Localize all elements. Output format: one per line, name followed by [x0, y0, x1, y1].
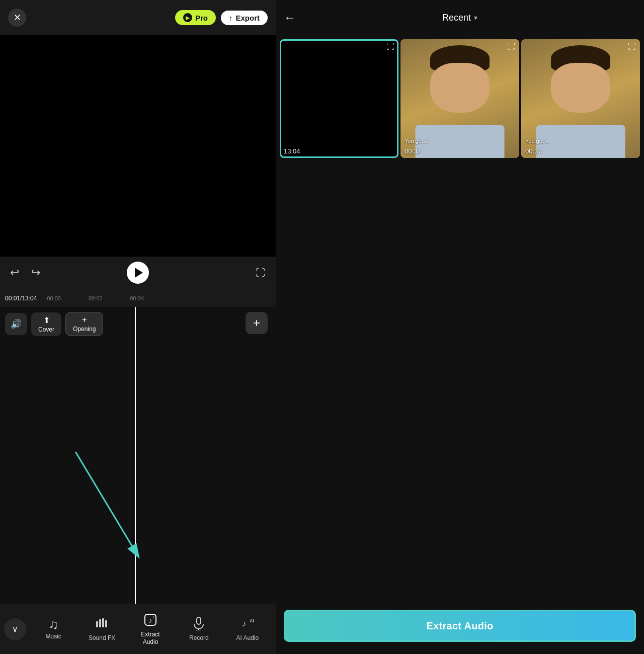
cover-button[interactable]: ⬆ Cover — [31, 312, 61, 336]
sound-icon: 🔊 — [11, 318, 22, 330]
svg-rect-5 — [105, 620, 107, 627]
extract-audio-button-label: Extract Audio — [426, 620, 493, 631]
pro-label: Pro — [195, 14, 208, 22]
extract-audio-icon: ♪ + — [143, 613, 157, 629]
svg-rect-2 — [96, 621, 98, 627]
ruler-marks: 00:00 00:02 00:04 — [47, 295, 271, 301]
record-icon — [192, 616, 206, 632]
undo-button[interactable]: ↩ — [10, 266, 19, 279]
top-bar-actions: ▶ Pro ↑ Export — [175, 10, 268, 25]
fullscreen-icon: ⛶ — [256, 267, 266, 278]
left-panel: ✕ ▶ Pro ↑ Export ↩ ↪ ⛶ — [0, 0, 276, 654]
undo-icon: ↩ — [10, 266, 19, 279]
timeline-scrubber — [135, 307, 136, 604]
recent-label: Recent — [442, 13, 471, 23]
cover-icon: ⬆ — [43, 315, 50, 325]
extract-audio-button[interactable]: Extract Audio — [284, 610, 636, 642]
svg-text:♪: ♪ — [242, 619, 246, 628]
add-track-icon: + — [253, 316, 260, 330]
back-icon: ← — [284, 11, 296, 24]
video-preview — [0, 35, 276, 257]
svg-rect-4 — [102, 618, 104, 627]
bottom-nav: ∨ ♫ Music Sound FX ♪ + — [0, 604, 276, 654]
ruler-mark-1: 00:02 — [89, 295, 103, 301]
opening-button[interactable]: + Opening — [65, 312, 103, 336]
ai-audio-label: AI Audio — [236, 634, 259, 641]
thumb-duration-3: 00:37 — [525, 147, 542, 155]
thumb-subtitle-2: You get a — [405, 138, 428, 144]
recent-dropdown[interactable]: Recent ▾ — [442, 13, 477, 23]
thumb-duration-1: 13:04 — [284, 147, 300, 155]
fullscreen-button[interactable]: ⛶ — [256, 267, 266, 279]
timeline-track-area: 🔊 ⬆ Cover + Opening + — [0, 307, 276, 604]
svg-line-1 — [75, 452, 136, 552]
collapse-button[interactable]: ∨ — [4, 618, 26, 640]
play-button[interactable] — [127, 262, 149, 284]
media-grid: ⛶ 13:04 ⛶ You get a 00:37 ⛶ You get a — [276, 35, 644, 162]
svg-text:AI: AI — [250, 618, 254, 623]
nav-item-record[interactable]: Record — [175, 612, 223, 645]
svg-rect-9 — [197, 617, 201, 624]
music-icon: ♫ — [48, 618, 58, 631]
media-thumb-1[interactable]: ⛶ 13:04 — [280, 39, 398, 158]
record-label: Record — [189, 634, 209, 641]
nav-item-sound-fx[interactable]: Sound FX — [77, 612, 126, 645]
expand-icon-1: ⛶ — [386, 42, 394, 51]
current-time: 00:01/13:04 — [5, 295, 37, 302]
opening-label: Opening — [73, 325, 96, 333]
playback-controls: ↩ ↪ ⛶ — [0, 257, 276, 289]
nav-item-extract-audio[interactable]: ♪ + ExtractAudio — [126, 609, 175, 649]
redo-button[interactable]: ↪ — [31, 266, 40, 279]
thumb-subtitle-3: You get a — [525, 138, 548, 144]
close-button[interactable]: ✕ — [8, 9, 26, 27]
sound-button[interactable]: 🔊 — [5, 313, 27, 335]
expand-icon-2: ⛶ — [507, 42, 515, 51]
top-bar: ✕ ▶ Pro ↑ Export — [0, 0, 276, 35]
sound-fx-icon — [95, 616, 109, 632]
ruler-mark-2: 00:04 — [130, 295, 144, 301]
sound-fx-label: Sound FX — [89, 634, 115, 641]
dropdown-arrow-icon: ▾ — [474, 14, 477, 22]
media-thumb-3[interactable]: ⛶ You get a 00:37 — [521, 39, 640, 158]
nav-item-music[interactable]: ♫ Music — [29, 614, 77, 644]
nav-item-ai-audio[interactable]: ♪ AI AI Audio — [223, 612, 272, 645]
music-label: Music — [46, 633, 61, 640]
expand-icon-3: ⛶ — [628, 42, 636, 51]
timeline-ruler: 00:01/13:04 00:00 00:02 00:04 — [0, 289, 276, 307]
svg-rect-3 — [99, 619, 101, 627]
pro-icon: ▶ — [183, 13, 192, 22]
cover-label: Cover — [38, 326, 54, 333]
close-icon: ✕ — [14, 12, 21, 23]
right-top-bar: ← Recent ▾ — [276, 0, 644, 35]
extract-audio-label: ExtractAudio — [141, 631, 159, 645]
back-button[interactable]: ← — [284, 11, 296, 25]
export-button[interactable]: ↑ Export — [221, 11, 268, 25]
teal-arrow — [65, 452, 156, 562]
opening-icon: + — [82, 315, 87, 324]
play-icon — [135, 268, 143, 278]
export-label: Export — [235, 14, 260, 22]
svg-text:+: + — [152, 615, 154, 620]
ai-audio-icon: ♪ AI — [240, 616, 255, 632]
redo-icon: ↪ — [31, 266, 40, 279]
pro-button[interactable]: ▶ Pro — [175, 10, 216, 25]
export-icon: ↑ — [229, 14, 233, 22]
track-controls: 🔊 ⬆ Cover + Opening — [5, 312, 271, 336]
ruler-mark-0: 00:00 — [47, 295, 61, 301]
add-track-button[interactable]: + — [246, 312, 268, 334]
media-thumb-2[interactable]: ⛶ You get a 00:37 — [400, 39, 519, 158]
collapse-icon: ∨ — [12, 624, 18, 634]
right-panel: ← Recent ▾ ⛶ 13:04 ⛶ You get a 00:37 — [276, 0, 644, 654]
thumb-duration-2: 00:37 — [405, 147, 421, 155]
